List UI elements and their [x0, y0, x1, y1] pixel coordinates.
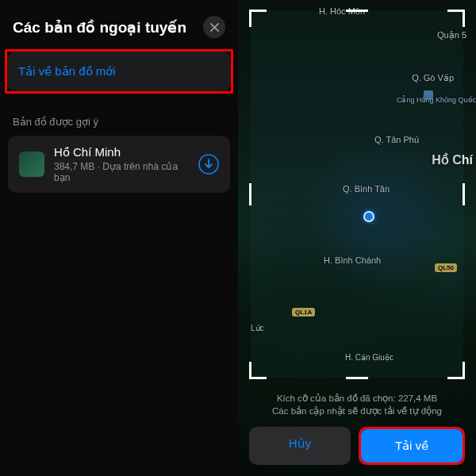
size-info: Kích cỡ của bản đồ đã chọn: 227,4 MB Các…	[249, 392, 465, 417]
update-line: Các bản cập nhật sẽ được tải về tự động	[249, 405, 465, 417]
crop-handle-left[interactable]	[249, 183, 251, 205]
cancel-button[interactable]: Hủy	[249, 427, 351, 465]
suggestion-title: Hồ Chí Minh	[54, 145, 189, 159]
crop-handle-bottom[interactable]	[346, 377, 368, 379]
suggestion-subtitle: 384,7 MB · Dựa trên nhà của bạn	[54, 161, 189, 183]
button-row: Hủy Tải về	[249, 427, 465, 465]
close-button[interactable]	[203, 16, 225, 38]
crop-handle-tl[interactable]	[249, 10, 267, 27]
map-crop-frame[interactable]	[251, 11, 463, 378]
close-icon	[210, 23, 219, 32]
map-thumbnail-icon	[19, 152, 44, 177]
panel-title: Các bản đồ ngoại tuyến	[13, 18, 186, 36]
card-text: Hồ Chí Minh 384,7 MB · Dựa trên nhà của …	[54, 145, 189, 183]
size-line: Kích cỡ của bản đồ đã chọn: 227,4 MB	[249, 392, 465, 405]
bottom-toolbar: Kích cỡ của bản đồ đã chọn: 227,4 MB Các…	[238, 384, 476, 476]
crop-handle-tr[interactable]	[447, 10, 465, 27]
map-selection-panel: H. Hóc Môn Quận 5 Q. Gò Vấp Cảng Hàng Kh…	[238, 0, 476, 476]
panel-header: Các bản đồ ngoại tuyến	[0, 0, 238, 49]
download-icon[interactable]	[198, 154, 219, 175]
suggested-map-card[interactable]: Hồ Chí Minh 384,7 MB · Dựa trên nhà của …	[8, 136, 230, 193]
highlight-annotation: Tải về bản đồ mới	[5, 49, 233, 94]
highlight-annotation-download: Tải về	[359, 427, 465, 465]
crop-handle-top[interactable]	[346, 10, 368, 12]
crop-handle-br[interactable]	[447, 362, 465, 379]
download-new-map-button[interactable]: Tải về bản đồ mới	[7, 52, 231, 91]
crop-handle-bl[interactable]	[249, 362, 267, 379]
download-button[interactable]: Tải về	[361, 429, 463, 463]
offline-maps-panel: Các bản đồ ngoại tuyến Tải về bản đồ mới…	[0, 0, 238, 476]
suggested-section-label: Bản đồ được gợi ý	[0, 94, 238, 136]
crop-handle-right[interactable]	[463, 183, 465, 205]
